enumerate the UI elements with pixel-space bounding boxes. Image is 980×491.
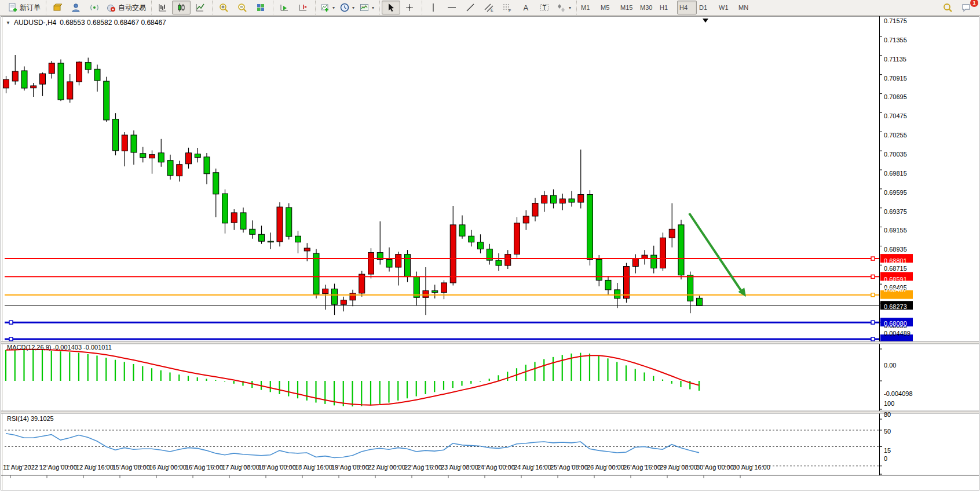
chevron-down-icon[interactable]: ▾ (372, 5, 374, 10)
candle-bullish (31, 86, 36, 88)
candle-bullish (49, 63, 54, 74)
candle-bearish (605, 280, 611, 289)
candle-bullish (67, 82, 73, 99)
candle-bearish (21, 71, 27, 88)
price-tick-label: 0.71135 (884, 56, 906, 63)
candle-chart-icon (176, 2, 187, 13)
tf-button-MN[interactable]: MN (736, 1, 756, 14)
chart-shift-button[interactable] (294, 1, 312, 14)
candle-bullish (450, 225, 456, 283)
candle-bullish (3, 79, 9, 88)
autotrade-button[interactable]: 自动交易 (104, 1, 148, 14)
template-icon (359, 2, 370, 13)
tf-button-M15[interactable]: M15 (618, 1, 638, 14)
chart-shift-icon (298, 2, 308, 13)
toolbar-group (151, 1, 211, 14)
line-chart-button[interactable] (191, 1, 209, 14)
candle-bearish (131, 135, 137, 152)
hline-anchor[interactable] (9, 321, 13, 324)
person-icon (71, 2, 81, 13)
date-tick-label: 18 Aug 16:00 (295, 464, 332, 471)
tf-button-H1[interactable]: H1 (657, 1, 677, 14)
date-tick-label: 23 Aug 08:00 (441, 464, 478, 471)
cursor-button[interactable] (382, 1, 400, 14)
market-watch-button[interactable] (48, 1, 67, 14)
hline-anchor[interactable] (871, 337, 875, 341)
shapes-button[interactable]: ▾ (554, 1, 573, 14)
fibonacci-button[interactable]: F (498, 1, 517, 14)
candle-bullish (76, 62, 82, 82)
date-tick-label: 24 Aug 00:00 (477, 464, 515, 471)
price-tick-label: 0.69375 (884, 208, 907, 215)
text-label-button[interactable]: T (535, 1, 554, 14)
hline-anchor[interactable] (871, 293, 875, 297)
price-tick-label: 0.70915 (884, 75, 907, 82)
price-tick-label: 0.68715 (884, 265, 907, 272)
tf-button-M30[interactable]: M30 (638, 1, 657, 14)
date-tick-label: 30 Aug 00:00 (696, 464, 734, 471)
candle-bearish (688, 275, 693, 301)
main-toolbar: 新订单自动交易▾▾▾EFAT▾M1M5M15M30H1H4D1W1MN1 (0, 0, 980, 16)
candle-bearish (213, 173, 219, 194)
chat-button[interactable]: 1 (957, 1, 975, 14)
candle-bullish (396, 254, 401, 267)
hline-anchor[interactable] (871, 275, 875, 278)
tf-button-H4[interactable]: H4 (677, 1, 697, 14)
hline-anchor[interactable] (871, 321, 875, 324)
chevron-down-icon[interactable]: ▾ (352, 5, 354, 10)
price-tick-label: 0.70035 (884, 151, 907, 158)
candle-bearish (469, 236, 474, 242)
trendline-button[interactable] (461, 1, 480, 14)
vertical-line-button[interactable] (424, 1, 443, 14)
hline-anchor[interactable] (9, 337, 13, 341)
periods-button[interactable]: ▾ (337, 1, 357, 14)
price-tick-label: 0.70255 (884, 132, 907, 139)
chevron-down-icon[interactable]: ▾ (569, 5, 571, 10)
tf-button-M1[interactable]: M1 (579, 1, 598, 14)
toolbar-search-button[interactable] (938, 1, 957, 14)
candle-bearish (295, 236, 301, 242)
signals-button[interactable] (85, 1, 104, 14)
candle-bearish (167, 161, 173, 176)
hline-price-tag-label: 0.68591 (884, 276, 907, 283)
hline-price-tag-label: 0.68273 (884, 303, 907, 310)
templates-button[interactable]: ▾ (357, 1, 376, 14)
tf-button-D1[interactable]: D1 (697, 1, 716, 14)
candle-chart-button[interactable] (172, 1, 191, 14)
macd-tick-label: -0.004098 (884, 390, 913, 397)
candle-bullish (578, 195, 584, 202)
candle-bullish (542, 195, 547, 203)
zoom-in-button[interactable] (214, 1, 233, 14)
tf-button-M5[interactable]: M5 (598, 1, 618, 14)
horizontal-line-button[interactable] (443, 1, 461, 14)
chevron-down-icon[interactable]: ▾ (332, 5, 335, 10)
panel-splitter[interactable] (1, 411, 979, 413)
toolbar-group: 新订单 (3, 1, 45, 14)
tf-button-W1[interactable]: W1 (716, 1, 736, 14)
equidistant-channel-button[interactable]: E (480, 1, 498, 14)
candle-bullish (368, 253, 374, 274)
bar-chart-button[interactable] (153, 1, 172, 14)
indicators-button[interactable]: ▾ (317, 1, 337, 14)
candle-bearish (250, 229, 255, 234)
collapse-triangle-icon[interactable]: ▼ (6, 20, 10, 26)
hline-anchor[interactable] (871, 257, 875, 260)
date-tick-label: 19 Aug 08:00 (331, 464, 369, 471)
zoom-out-button[interactable] (233, 1, 251, 14)
date-tick-label: 17 Aug 08:00 (222, 464, 259, 471)
candle-bullish (505, 254, 511, 265)
candle-bearish (286, 208, 292, 237)
candle-bullish (624, 267, 630, 299)
price-tick-label: 0.71355 (884, 37, 907, 43)
crosshair-button[interactable] (400, 1, 419, 14)
new-order-button[interactable]: 新订单 (5, 1, 43, 14)
text-button[interactable]: A (517, 1, 535, 14)
autoscroll-button[interactable] (275, 1, 294, 14)
price-tick-label: 0.70695 (884, 93, 907, 100)
tile-windows-button[interactable] (251, 1, 270, 14)
panel-splitter[interactable] (1, 341, 979, 344)
price-tick-label: 0.68935 (884, 246, 907, 253)
candle-bearish (478, 242, 484, 249)
data-window-button[interactable] (67, 1, 85, 14)
date-tick-label: 22 Aug 16:00 (404, 464, 442, 471)
